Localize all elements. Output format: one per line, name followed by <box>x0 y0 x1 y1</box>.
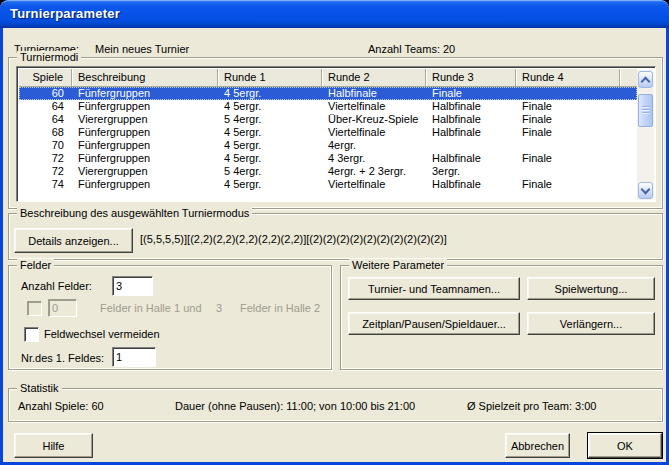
scroll-down-button[interactable] <box>638 182 653 199</box>
column-header-runde1: Runde 1 <box>218 69 322 86</box>
scroll-up-button[interactable] <box>638 71 653 88</box>
scrollbar-thumb[interactable] <box>638 94 653 127</box>
dialog-content: Turniername: Mein neues Turnier Anzahl T… <box>3 28 666 462</box>
hall2-count: 3 <box>216 302 222 314</box>
table-row[interactable]: 72Fünfergruppen4 5ergr.4 3ergr.Halbfinal… <box>19 152 637 165</box>
vertical-scrollbar[interactable] <box>637 70 654 200</box>
column-header-runde3: Runde 3 <box>426 69 516 86</box>
modes-list-header: Spiele Beschreibung Runde 1 Runde 2 Rund… <box>19 69 637 87</box>
hall1-text: Felder in Halle 1 und <box>100 302 202 314</box>
column-header-beschreibung: Beschreibung <box>72 69 218 86</box>
table-row[interactable]: 70Fünfergruppen4 5ergr.4ergr. <box>19 139 637 152</box>
field-count-input[interactable] <box>112 276 153 296</box>
first-field-input[interactable] <box>112 347 156 367</box>
more-params-group-label: Weitere Parameter <box>349 259 447 272</box>
table-row[interactable]: 64Vierergruppen5 4ergr.Über-Kreuz-Spiele… <box>19 113 637 126</box>
avoid-field-change-label: Feldwechsel vermeiden <box>44 328 160 340</box>
scrollbar-grip-icon <box>642 106 649 115</box>
stat-duration: Dauer (ohne Pausen): 11:00; von 10:00 bi… <box>175 400 415 412</box>
column-header-runde2: Runde 2 <box>322 69 426 86</box>
chevron-down-icon <box>641 184 651 194</box>
column-header-runde4: Runde 4 <box>516 69 620 86</box>
scoring-button[interactable]: Spielwertung... <box>527 277 655 300</box>
schedule-button[interactable]: Zeitplan/Pausen/Spieldauer... <box>348 312 520 335</box>
ok-button[interactable]: OK <box>588 433 662 458</box>
stat-avg-playtime: Ø Spielzeit pro Team: 3:00 <box>467 400 596 412</box>
table-row[interactable]: 74Fünfergruppen4 5ergr.ViertelfinaleHalb… <box>19 178 637 191</box>
mode-description-text: [(5,5,5,5)][(2,2)(2,2)(2,2)(2,2)(2,2)][(… <box>140 233 447 245</box>
title-bar[interactable]: Turnierparameter <box>0 0 669 28</box>
cancel-button[interactable]: Abbrechen <box>505 433 570 458</box>
avoid-field-change-checkbox[interactable] <box>24 327 39 342</box>
hall-split-checkbox <box>27 301 42 316</box>
help-button[interactable]: Hilfe <box>14 433 93 458</box>
dialog-window: Turnierparameter Turniername: Mein neues… <box>0 0 669 465</box>
modes-list-inner: Spiele Beschreibung Runde 1 Runde 2 Rund… <box>19 69 654 200</box>
tournament-team-names-button[interactable]: Turnier- und Teamnamen... <box>348 277 520 300</box>
modes-group-label: Turniermodi <box>17 51 81 64</box>
team-count-label: Anzahl Teams: 20 <box>368 43 455 55</box>
first-field-label: Nr.des 1. Feldes: <box>21 352 104 364</box>
fields-group-label: Felder <box>17 259 54 272</box>
table-row[interactable]: 64Fünfergruppen4 5ergr.ViertelfinaleHalb… <box>19 100 637 113</box>
column-header-filler <box>620 69 637 86</box>
modes-listbox[interactable]: Spiele Beschreibung Runde 1 Runde 2 Rund… <box>16 66 656 202</box>
chevron-up-icon <box>641 76 651 86</box>
show-details-button[interactable]: Details anzeigen... <box>14 228 133 253</box>
tournament-name-value: Mein neues Turnier <box>95 43 189 55</box>
column-header-spiele: Spiele <box>19 69 72 86</box>
stats-group-label: Statistik <box>17 382 62 395</box>
description-group-label: Beschreibung des ausgewählten Turniermod… <box>17 207 252 220</box>
field-count-label: Anzahl Felder: <box>21 280 92 292</box>
modes-rows: 60Fünfergruppen4 5ergr.HalbfinaleFinale … <box>19 87 637 191</box>
stat-game-count: Anzahl Spiele: 60 <box>18 400 104 412</box>
extend-button[interactable]: Verlängern... <box>527 312 655 335</box>
window-title: Turnierparameter <box>10 6 120 21</box>
table-row[interactable]: 72Vierergruppen5 4ergr.4ergr. + 2 3ergr.… <box>19 165 637 178</box>
table-row[interactable]: 60Fünfergruppen4 5ergr.HalbfinaleFinale <box>19 87 637 100</box>
hall1-count-input <box>48 299 77 317</box>
hall2-text: Felder in Halle 2 <box>240 302 320 314</box>
table-row[interactable]: 68Fünfergruppen4 5ergr.ViertelfinaleHalb… <box>19 126 637 139</box>
